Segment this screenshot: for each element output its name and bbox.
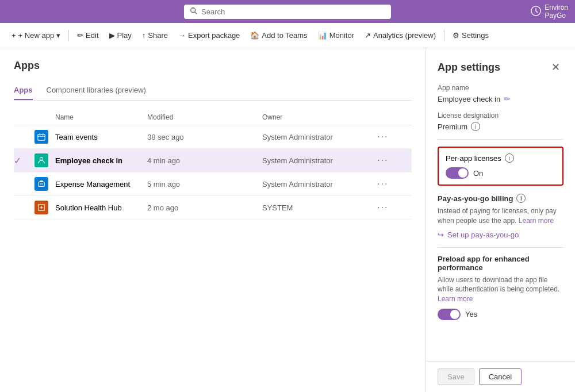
content-area: Apps Apps Component libraries (preview) … xyxy=(0,48,425,392)
table-row[interactable]: ✓ Employee check in 4 min ago System Adm… xyxy=(14,149,412,172)
col-name[interactable]: Name xyxy=(55,113,147,121)
per-app-licenses-box: Per-app licenses i On xyxy=(438,147,564,186)
table-row[interactable]: Solution Health Hub 2 mo ago SYSTEM ··· xyxy=(14,196,412,220)
col-owner[interactable]: Owner xyxy=(262,113,377,121)
row-owner: System Administrator xyxy=(262,133,377,141)
row-name: Team events xyxy=(55,133,147,141)
divider2 xyxy=(438,247,564,248)
row-name: Solution Health Hub xyxy=(55,203,147,212)
table-row[interactable]: Expense Management 5 min ago System Admi… xyxy=(14,172,412,196)
separator2 xyxy=(444,30,444,41)
preload-toggle[interactable] xyxy=(438,309,461,320)
panel-title: App settings xyxy=(438,62,500,74)
row-icon xyxy=(34,153,55,167)
share-button[interactable]: ↑ Share xyxy=(137,28,172,43)
preload-learn-more-link[interactable]: Learn more xyxy=(438,295,473,303)
tab-component-libraries[interactable]: Component libraries (preview) xyxy=(47,81,146,100)
app-icon-expense xyxy=(34,177,48,191)
tab-apps[interactable]: Apps xyxy=(14,81,33,100)
row-modified: 5 min ago xyxy=(147,180,262,189)
monitor-icon: 📊 xyxy=(318,31,327,40)
top-bar: Environ PayGo xyxy=(0,0,575,23)
per-app-info-icon[interactable]: i xyxy=(505,153,514,163)
per-app-header: Per-app licenses i xyxy=(446,153,555,163)
cancel-button[interactable]: Cancel xyxy=(479,368,522,385)
row-modified: 4 min ago xyxy=(147,156,262,165)
pay-billing-desc: Instead of paying for licenses, only pay… xyxy=(438,206,564,226)
row-more-button[interactable]: ··· xyxy=(377,179,412,189)
row-icon xyxy=(34,130,55,144)
selected-checkmark-icon: ✓ xyxy=(14,155,34,166)
toggle-knob xyxy=(458,168,467,178)
col-modified[interactable]: Modified xyxy=(147,113,262,121)
right-panel: App settings ✕ App name Employee check i… xyxy=(425,48,575,392)
env-icon xyxy=(531,6,541,18)
toggle-knob2 xyxy=(450,310,459,319)
search-input[interactable] xyxy=(201,7,385,16)
settings-button[interactable]: ⚙ Settings xyxy=(448,28,493,43)
app-icon-team-events xyxy=(34,130,48,144)
row-more-button[interactable]: ··· xyxy=(377,202,412,213)
app-icon-employee xyxy=(34,153,48,167)
svg-line-1 xyxy=(195,11,197,14)
edit-app-name-icon[interactable]: ✏ xyxy=(504,94,511,103)
table-row[interactable]: Team events 38 sec ago System Administra… xyxy=(14,125,412,149)
pay-billing-info-icon[interactable]: i xyxy=(516,194,526,203)
per-app-toggle-row: On xyxy=(446,167,555,179)
toolbar: + + New app ▾ ✏ Edit ▶ Play ↑ Share → Ex… xyxy=(0,23,575,48)
tabs: Apps Component libraries (preview) xyxy=(14,81,412,101)
analytics-button[interactable]: ↗ Analytics (preview) xyxy=(360,28,440,43)
row-modified: 2 mo ago xyxy=(147,203,262,212)
play-icon: ▶ xyxy=(109,31,115,40)
preload-desc: Allow users to download the app file whi… xyxy=(438,275,564,304)
edit-button[interactable]: ✏ Edit xyxy=(72,28,103,43)
per-app-toggle-label: On xyxy=(473,169,483,178)
row-modified: 38 sec ago xyxy=(147,133,262,141)
row-owner: System Administrator xyxy=(262,180,377,189)
svg-point-0 xyxy=(191,7,195,12)
new-app-chevron-icon: ▾ xyxy=(56,31,60,40)
monitor-button[interactable]: 📊 Monitor xyxy=(313,28,359,43)
analytics-icon: ↗ xyxy=(365,31,371,40)
table-header: Name Modified Owner xyxy=(14,110,412,125)
settings-icon: ⚙ xyxy=(453,31,459,40)
svg-rect-3 xyxy=(38,134,45,141)
search-box[interactable] xyxy=(184,5,391,19)
pay-billing-learn-more-link[interactable]: Learn more xyxy=(519,217,554,225)
setup-pay-icon: ↪ xyxy=(438,230,444,239)
separator xyxy=(68,30,69,41)
per-app-toggle[interactable] xyxy=(446,167,469,179)
row-owner: SYSTEM xyxy=(262,203,377,212)
close-panel-button[interactable]: ✕ xyxy=(548,60,564,75)
row-name: Employee check in xyxy=(55,156,147,165)
preload-toggle-row: Yes xyxy=(438,309,564,320)
row-owner: System Administrator xyxy=(262,156,377,165)
env-text: Environ PayGo xyxy=(545,3,568,20)
license-info-icon[interactable]: i xyxy=(471,122,480,131)
edit-icon: ✏ xyxy=(77,31,83,40)
per-app-label: Per-app licenses xyxy=(446,154,501,163)
page-title: Apps xyxy=(14,60,412,72)
row-more-button[interactable]: ··· xyxy=(377,132,412,142)
export-button[interactable]: → Export package xyxy=(174,28,244,43)
play-button[interactable]: ▶ Play xyxy=(105,28,136,43)
main-layout: Apps Apps Component libraries (preview) … xyxy=(0,48,575,392)
env-line2: PayGo xyxy=(545,11,568,20)
pay-billing-title: Pay-as-you-go billing i xyxy=(438,194,564,203)
preload-title: Preload app for enhanced performance xyxy=(438,255,564,272)
app-name-value: Employee check in ✏ xyxy=(438,94,564,103)
svg-point-7 xyxy=(40,157,43,160)
setup-pay-link[interactable]: ↪ Set up pay-as-you-go xyxy=(438,230,564,239)
new-app-icon: + xyxy=(12,31,16,40)
new-app-button[interactable]: + + New app ▾ xyxy=(7,28,65,43)
teams-icon: 🏠 xyxy=(250,31,259,40)
save-button[interactable]: Save xyxy=(438,368,474,385)
add-to-teams-button[interactable]: 🏠 Add to Teams xyxy=(246,28,312,43)
app-icon-solution xyxy=(34,201,48,214)
row-name: Expense Management xyxy=(55,180,147,189)
panel-footer: Save Cancel xyxy=(426,361,575,392)
row-more-button[interactable]: ··· xyxy=(377,155,412,166)
row-icon xyxy=(34,201,55,214)
env-info: Environ PayGo xyxy=(531,3,568,20)
panel-header: App settings ✕ xyxy=(438,60,564,75)
